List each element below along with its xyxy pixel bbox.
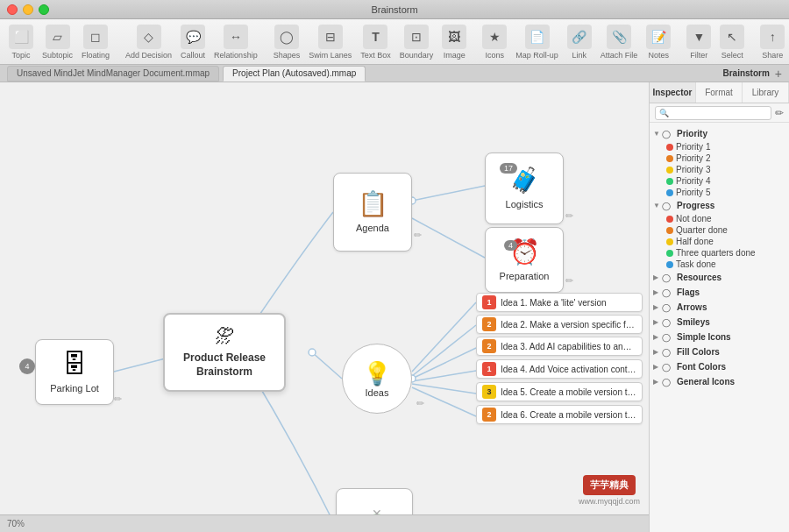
titlebar: Brainstorm [0,0,789,19]
tree-priority-4[interactable]: Priority 4 [650,175,789,187]
tree-three-quarters[interactable]: Three quarters done [650,247,789,259]
toolbar-item-relationship[interactable]: ↔ Relationship [210,25,261,60]
priority-badge-4: 1 [482,362,496,376]
toolbar-item-notes[interactable]: 📝 Notes [643,25,674,60]
idea-item-5[interactable]: 3 Idea 5. Create a mobile version th... [476,382,643,401]
panel-action-icon[interactable]: ✏ [775,107,784,119]
panel-tab-library[interactable]: Library [743,82,789,103]
panel-tab-format[interactable]: Format [696,82,743,103]
idea-item-6[interactable]: 2 Idea 6. Create a mobile version to... [476,405,643,424]
quarter-done-dot [666,227,673,234]
node-agenda[interactable]: 📋 Agenda [333,173,412,252]
toolbar-item-textbox[interactable]: T Text Box [357,25,394,60]
preparation-edit[interactable]: ✏ [565,275,573,287]
idea-item-4[interactable]: 1 Idea 4. Add Voice activation contro... [476,359,643,379]
toolbar-item-callout[interactable]: 💬 Callout [177,25,209,60]
toolbar-item-icons[interactable]: ★ Icons [479,25,510,60]
tree-resources[interactable]: ▶ ◯ Resources [650,270,789,285]
canvas-area[interactable]: 🗄 Parking Lot 4 ✏ ⛈ Product ReleaseBrain… [0,82,649,532]
link-icon: 🔗 [567,25,592,49]
tree-general-icons[interactable]: ▶ ◯ General Icons [650,374,789,389]
svg-line-5 [412,218,485,258]
subtopic-label: Subtopic [42,51,73,60]
minimize-button[interactable] [23,4,33,15]
tree-task-done[interactable]: Task done [650,259,789,270]
toolbar-item-subtopic[interactable]: ▱ Subtopic [39,25,76,60]
tree-priority-2[interactable]: Priority 2 [650,153,789,164]
add-tab-button[interactable]: + [775,67,782,81]
tree-font-colors[interactable]: ▶ ◯ Font Colors [650,359,789,374]
tree-not-done[interactable]: Not done [650,213,789,224]
notes-label: Notes [649,51,670,60]
swimlanes-label: Swim Lanes [309,51,352,60]
toolbar-item-image[interactable]: 🖼 Image [438,25,470,60]
textbox-icon: T [363,25,387,49]
node-ideas[interactable]: 💡 Ideas [342,344,412,414]
node-parking-lot[interactable]: 🗄 Parking Lot [35,339,114,405]
select-label: Select [721,51,743,60]
priority-5-dot [666,189,673,196]
ideas-label: Ideas [366,387,389,398]
ideas-edit[interactable]: ✏ [416,398,424,409]
priority-badge-3: 2 [482,339,496,353]
svg-line-11 [412,371,476,381]
tree-flags[interactable]: ▶ ◯ Flags [650,285,789,300]
logistics-edit[interactable]: ✏ [565,210,573,222]
node-logistics[interactable]: 🧳 Logistics [485,153,564,224]
toolbar-item-select[interactable]: ↖ Select [716,25,748,60]
tree-fill-colors[interactable]: ▶ ◯ Fill Colors [650,344,789,359]
swimlanes-icon: ⊟ [318,25,343,49]
tree-smileys[interactable]: ▶ ◯ Smileys [650,315,789,330]
tree-priority-5[interactable]: Priority 5 [650,187,789,198]
priority-1-dot [666,144,673,151]
agenda-icon: 📋 [358,189,388,218]
svg-line-9 [412,325,476,376]
textbox-label: Text Box [360,51,391,60]
tree-half-done[interactable]: Half done [650,236,789,247]
toolbar-item-attachfile[interactable]: 📎 Attach File [597,25,642,60]
image-icon: 🖼 [442,25,466,49]
tree-priority-3[interactable]: Priority 3 [650,164,789,175]
toolbar-item-topic[interactable]: ⬜ Topic [5,25,37,60]
maximize-button[interactable] [39,4,49,15]
idea-4-label: Idea 4. Add Voice activation contro... [501,365,636,374]
toolbar-item-link[interactable]: 🔗 Link [564,25,595,60]
tree-quarter-done[interactable]: Quarter done [650,224,789,236]
tree-progress-section[interactable]: ▼ ◯ Progress [650,198,789,213]
tree-simple-icons[interactable]: ▶ ◯ Simple Icons [650,330,789,344]
panel-search[interactable]: 🔍 [655,106,771,120]
node-preparation[interactable]: ⏰ Preparation [485,227,564,293]
idea-item-3[interactable]: 2 Idea 3. Add AI capabilities to analy..… [476,337,643,356]
not-done-dot [666,216,673,223]
task-done-dot [666,261,673,268]
logistics-label: Logistics [506,198,544,210]
parking-lot-edit[interactable]: ✏ [114,394,122,405]
agenda-edit[interactable]: ✏ [414,230,422,241]
toolbar-item-filter[interactable]: ▼ Filter [683,25,714,60]
toolbar-item-shapes[interactable]: ◯ Shapes [270,25,304,60]
idea-item-1[interactable]: 1 Idea 1. Make a 'lite' version [476,293,643,312]
tab-unsaved[interactable]: Unsaved MindJet MindManager Document.mma… [7,66,219,82]
idea-item-2[interactable]: 2 Idea 2. Make a version specific fo... [476,315,643,334]
traffic-lights [7,4,49,15]
share-label: Share [762,51,783,60]
tree-priority-1[interactable]: Priority 1 [650,141,789,153]
tree-priority-section[interactable]: ▼ ◯ Priority [650,126,789,141]
tree-arrow-progress: ▼ [653,202,662,209]
tab-project-plan[interactable]: Project Plan (Autosaved).mmap [223,66,366,82]
priority-3-dot [666,167,673,174]
subtopic-icon: ▱ [46,25,70,49]
toolbar-item-swimlanes[interactable]: ⊟ Swim Lanes [305,25,355,60]
panel-tab-inspector[interactable]: Inspector [650,82,696,103]
toolbar-item-boundary[interactable]: ⊡ Boundary [396,25,437,60]
toolbar-item-maprollup[interactable]: 📄 Map Roll-up [512,25,562,60]
toolbar-item-share[interactable]: ↑ Share [757,25,788,60]
floating-label: Floating [82,51,110,60]
center-node-label: Product ReleaseBrainstorm [183,351,266,379]
tree-arrows[interactable]: ▶ ◯ Arrows [650,300,789,315]
tree-arrow-flags: ▶ [653,288,662,296]
center-node[interactable]: ⛈ Product ReleaseBrainstorm [163,313,286,392]
toolbar-item-decision[interactable]: ◇ Add Decision [122,25,175,60]
toolbar-item-floating[interactable]: ◻ Floating [78,25,113,60]
close-button[interactable] [7,4,18,15]
